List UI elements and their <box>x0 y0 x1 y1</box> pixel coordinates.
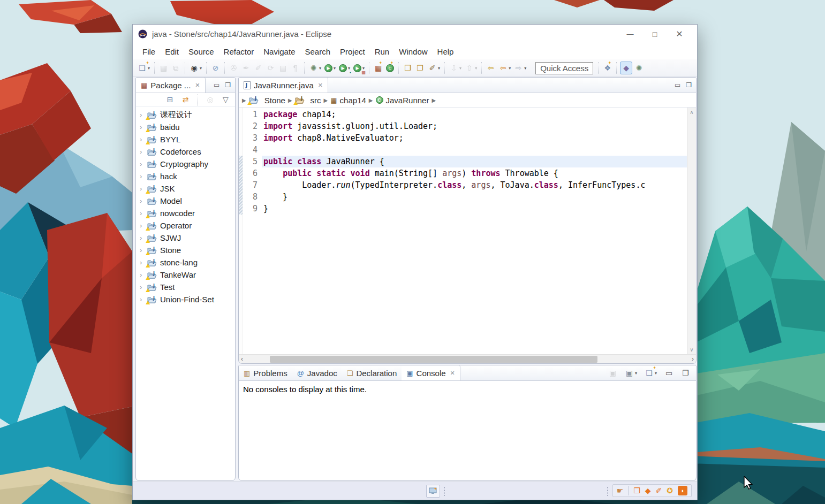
tree-item-Stone[interactable]: › JStone <box>136 244 235 256</box>
menu-edit[interactable]: Edit <box>160 45 184 58</box>
import-button[interactable]: ❐ <box>414 62 426 74</box>
dropdown-arrow-icon[interactable]: ▾ <box>475 66 477 71</box>
breadcrumb-item-chap14[interactable]: ▦chap14 <box>330 96 366 105</box>
tree-item-nowcoder[interactable]: › Jnowcoder <box>136 207 235 219</box>
user-account-button[interactable]: ◉▾ <box>188 62 203 74</box>
maximize-pane-button[interactable]: ❐ <box>680 366 691 379</box>
feather-button[interactable]: ✒ <box>240 62 252 74</box>
save-button[interactable]: ▦ <box>158 62 169 74</box>
last-edit-location-button[interactable]: ⇦ <box>485 62 496 74</box>
close-icon[interactable]: ✕ <box>318 82 323 89</box>
previous-annotation-button[interactable]: ⇧▾ <box>464 62 478 74</box>
tab-javarunner[interactable]: J JavaRunner.java ✕ <box>239 78 328 93</box>
window-close-button[interactable]: ✕ <box>667 27 692 42</box>
tree-item-JSK[interactable]: › JJSK <box>136 182 235 195</box>
java-perspective-button[interactable]: ◆ <box>620 62 632 74</box>
dropdown-arrow-icon[interactable]: ▾ <box>148 66 150 71</box>
minimize-pane-button[interactable]: ▭ <box>663 366 675 379</box>
tab-console[interactable]: ▣Console✕ <box>402 365 460 380</box>
tree-item-课程设计[interactable]: › J课程设计 <box>136 109 235 121</box>
scroll-up-icon[interactable]: ∧ <box>690 109 693 115</box>
key-button[interactable]: ✇ <box>228 62 239 74</box>
horizontal-scrollbar[interactable]: ‹ › <box>239 354 696 363</box>
clean-button[interactable]: ✐ <box>253 62 264 74</box>
twisty-icon[interactable]: › <box>140 197 147 205</box>
dropdown-arrow-icon[interactable]: ▾ <box>509 66 511 71</box>
report-button[interactable]: ▤ <box>277 62 289 74</box>
tab-declaration[interactable]: ❏Declaration <box>342 365 402 380</box>
scrollbar-thumb[interactable] <box>270 356 597 363</box>
minimize-pane-button[interactable]: ▭ <box>675 81 680 89</box>
write-pencil-icon[interactable]: ✐ <box>656 486 662 495</box>
tree-item-baidu[interactable]: › Jbaidu <box>136 121 235 133</box>
forward-button[interactable]: ⇨▾ <box>513 62 527 74</box>
tree-item-hack[interactable]: › Jhack <box>136 170 235 182</box>
badge-star-icon[interactable]: ✪ <box>667 486 673 495</box>
tree-item-Test[interactable]: › JTest <box>136 281 235 293</box>
dropdown-arrow-icon[interactable]: ▾ <box>635 371 637 376</box>
open-perspective-button[interactable]: ❖✦ <box>602 62 613 74</box>
breadcrumb-item-src[interactable]: Jsrc <box>295 96 321 105</box>
code-editor[interactable]: 1package chap14;2import javassist.gluonj… <box>239 108 696 354</box>
open-console-button[interactable]: ❏✦▾ <box>644 366 658 379</box>
project-tree[interactable]: › J课程设计› Jbaidu› JBYYL› JCodeforces› JCr… <box>136 107 235 480</box>
breadcrumb-item-stone[interactable]: JStone <box>249 96 285 105</box>
refresh-doc-button[interactable]: ⟳ <box>265 62 276 74</box>
welcome-monitor-icon[interactable] <box>426 485 440 498</box>
maximize-pane-button[interactable]: ❐ <box>686 81 692 89</box>
scroll-right-icon[interactable]: › <box>692 355 694 363</box>
vertical-scrollbar[interactable]: ∧ ∨ <box>687 108 696 354</box>
oomph-hand-icon[interactable]: ☛ <box>617 486 624 495</box>
annotation-ruler[interactable] <box>239 108 243 354</box>
twisty-icon[interactable]: › <box>140 160 147 168</box>
twisty-icon[interactable]: › <box>140 148 147 156</box>
scroll-left-icon[interactable]: ‹ <box>241 355 243 363</box>
next-annotation-button[interactable]: ⇩▾ <box>448 62 463 74</box>
learn-cap-icon[interactable]: ◆ <box>645 486 651 495</box>
debug-button[interactable]: ✺▾ <box>308 62 322 74</box>
maximize-pane-button[interactable]: ❐ <box>225 81 231 89</box>
new-wizard-button[interactable]: ❏✦▾ <box>137 62 151 74</box>
menu-search[interactable]: Search <box>300 45 335 58</box>
quick-access-box[interactable]: Quick Access <box>535 62 593 74</box>
paragraph-button[interactable]: ¶ <box>290 62 301 74</box>
tree-item-Union-Find-Set[interactable]: › JUnion-Find-Set <box>136 293 235 306</box>
menu-refactor[interactable]: Refactor <box>219 45 259 58</box>
tab-package-explorer[interactable]: ▦ Package ... ✕ <box>136 78 206 93</box>
tree-item-TankeWar[interactable]: › JTankeWar <box>136 269 235 281</box>
tab-problems[interactable]: ▥Problems <box>239 365 292 380</box>
tree-item-BYYL[interactable]: › JBYYL <box>136 133 235 146</box>
search-button[interactable]: ✐▾ <box>427 62 441 74</box>
tree-item-SJWJ[interactable]: › JSJWJ <box>136 232 235 244</box>
skip-breakpoints-button[interactable]: ⊘ <box>210 62 221 74</box>
tutorials-book-icon[interactable]: ❒ <box>633 486 640 495</box>
view-menu-button[interactable]: ▽ <box>220 94 231 106</box>
dropdown-arrow-icon[interactable]: ▾ <box>459 66 461 71</box>
dropdown-arrow-icon[interactable]: ▾ <box>438 66 440 71</box>
tree-item-Model[interactable]: › JModel <box>136 195 235 207</box>
news-rss-icon[interactable]: ◗ <box>678 486 687 495</box>
save-all-button[interactable]: ⧉ <box>170 62 181 74</box>
back-button[interactable]: ⇦▾ <box>497 62 512 74</box>
window-minimize-button[interactable]: — <box>618 27 642 42</box>
menu-help[interactable]: Help <box>433 45 459 58</box>
run-button[interactable]: ▶▾ <box>323 62 337 74</box>
link-with-editor-button[interactable]: ⇄ <box>180 94 191 106</box>
tree-item-Operator[interactable]: › JOperator <box>136 219 235 232</box>
dropdown-arrow-icon[interactable]: ▾ <box>319 66 321 71</box>
tab-javadoc[interactable]: @Javadoc <box>292 365 342 380</box>
title-bar[interactable]: java - Stone/src/chap14/JavaRunner.java … <box>133 25 697 43</box>
dropdown-arrow-icon[interactable]: ▾ <box>524 66 526 71</box>
debug-perspective-button[interactable]: ✺ <box>633 62 645 74</box>
external-tools-button[interactable]: ▶▦▾ <box>352 62 366 74</box>
new-class-button[interactable]: C✦ <box>385 62 395 74</box>
menu-project[interactable]: Project <box>335 45 370 58</box>
tree-item-Cryptography[interactable]: › JCryptography <box>136 158 235 170</box>
tree-item-Codeforces[interactable]: › JCodeforces <box>136 146 235 158</box>
menu-source[interactable]: Source <box>184 45 219 58</box>
display-console-button[interactable]: ▣▾ <box>624 366 638 379</box>
close-icon[interactable]: ✕ <box>195 82 200 89</box>
breadcrumb-item-javarunner[interactable]: CJavaRunner <box>376 96 429 105</box>
new-java-project-button[interactable]: ▦✦ <box>373 62 384 74</box>
window-maximize-button[interactable]: □ <box>642 27 667 42</box>
